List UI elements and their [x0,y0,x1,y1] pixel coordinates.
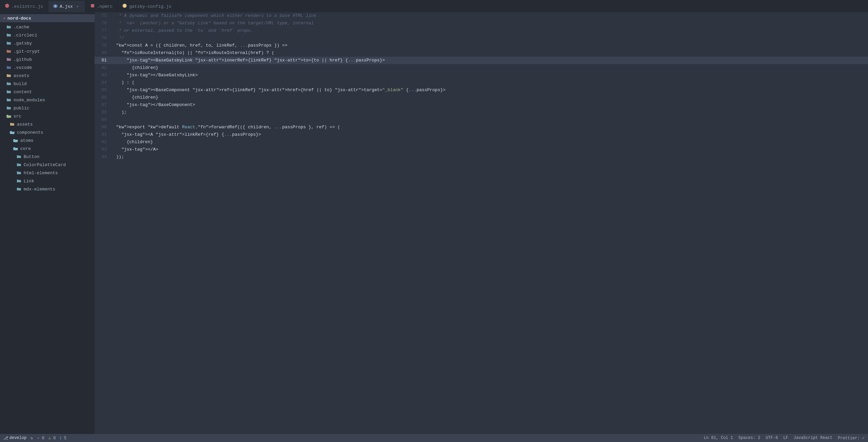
sidebar-item[interactable]: Button [0,153,95,161]
cursor-position: Ln 81, Col 1 [704,436,733,440]
sidebar-item[interactable]: assets [0,120,95,128]
sidebar-item[interactable]: core [0,145,95,153]
line-number: 80 [95,49,112,57]
line-number: 78 [95,34,112,42]
sidebar-item[interactable]: ColorPaletteCard [0,161,95,169]
line-content: * or external, passed to the `to` and `h… [112,27,253,34]
line-number: 87 [95,101,112,109]
sidebar-item[interactable]: src [0,112,95,120]
info-count: ℹ 5 [60,436,66,441]
tab-icon-eslintrc [5,3,9,9]
line-number: 75 [95,12,112,20]
sidebar-item[interactable]: Link [0,177,95,185]
tab-label: A.jsx [60,4,73,9]
git-branch[interactable]: ⎇ develop [3,436,26,441]
sidebar-item[interactable]: .git-crypt [0,47,95,55]
sidebar-item[interactable]: content [0,88,95,96]
code-line: 88 ); [95,109,868,116]
line-number: 84 [95,79,112,86]
main-layout: ● nord-docs .cache .circleci .gatsby .gi… [0,12,868,434]
sidebar-item[interactable]: .cache [0,23,95,31]
line-number: 81 [95,57,112,64]
line-number: 94 [95,153,112,161]
line-number: 79 [95,42,112,49]
encoding[interactable]: UTF-8 [766,436,778,440]
sidebar-item[interactable]: .circleci [0,31,95,39]
tab-ajsx[interactable]: AA.jsx× [48,1,85,12]
line-endings[interactable]: LF [783,436,788,440]
folder-icon [13,138,18,143]
warning-icon: ⚠ [48,436,51,441]
tab-eslintrc[interactable]: .eslintrc.js [0,1,48,12]
line-number: 91 [95,131,112,138]
tab-npmrc[interactable]: .npmrc [85,1,118,12]
code-line: 87 "jsx-tag"></BaseComponent> [95,101,868,109]
sidebar-item[interactable]: assets [0,72,95,80]
sidebar-label: src [14,114,21,119]
editor[interactable]: 75 * A dynamic and failsafe component wh… [95,12,868,434]
sidebar: ● nord-docs .cache .circleci .gatsby .gi… [0,12,95,434]
code-line: 86 {children} [95,94,868,101]
sync-icon[interactable]: ↻ [30,436,33,441]
sidebar-item[interactable]: .gatsby [0,39,95,47]
folder-icon [6,49,11,54]
spaces-setting[interactable]: Spaces: 2 [738,436,760,440]
line-number: 77 [95,27,112,34]
sidebar-item[interactable]: public [0,104,95,112]
line-content: {children} [112,138,153,146]
language-mode[interactable]: JavaScript React [794,436,833,440]
code-line: 90 "kw">export "kw">default React."fn">f… [95,124,868,131]
folder-icon [6,81,11,86]
svg-point-0 [5,4,9,8]
tab-bar: .eslintrc.jsAA.jsx×.npmrcgatsby-config.j… [0,0,868,12]
line-content: "jsx-tag"></BaseComponent> [112,101,195,109]
prettier-status[interactable]: Prettier: ✓ [838,436,865,441]
sidebar-item[interactable]: build [0,80,95,88]
sidebar-item[interactable]: mdx-elements [0,185,95,193]
sidebar-root[interactable]: ● nord-docs [0,14,95,22]
line-content: * A dynamic and failsafe component which… [112,12,316,20]
tab-close[interactable]: × [75,4,80,9]
tab-label: .eslintrc.js [11,4,43,9]
line-number: 85 [95,86,112,94]
sidebar-label: mdx-elements [24,187,55,192]
folder-icon [6,65,11,70]
line-number: 93 [95,146,112,153]
folder-icon [6,105,11,111]
code-line: 83 "jsx-tag"></BaseGatsbyLink> [95,72,868,79]
sidebar-label: .circleci [14,33,37,38]
sidebar-label: html-elements [24,171,58,176]
sidebar-item[interactable]: node_modules [0,96,95,104]
code-line: 94 )); [95,153,868,161]
line-content: "kw">const A = ({ children, href, to, li… [112,42,287,49]
folder-icon [6,97,11,103]
folder-icon [16,170,22,176]
line-content: "jsx-tag"><BaseComponent "jsx-attr">ref=… [112,86,445,94]
sidebar-item[interactable]: components [0,128,95,136]
sidebar-item[interactable]: .vscode [0,63,95,72]
sidebar-item[interactable]: .github [0,55,95,63]
line-number: 83 [95,72,112,79]
code-line: 92 {children} [95,138,868,146]
folder-icon [13,146,18,151]
line-content: "fn">isRouteInternal(to) || "fn">isRoute… [112,49,274,57]
folder-icon [9,130,15,135]
sidebar-label: build [14,81,27,86]
code-line: 84 ) : ( [95,79,868,86]
error-count: ✕ 0 [37,436,45,441]
code-line: 80 "fn">isRouteInternal(to) || "fn">isRo… [95,49,868,57]
folder-icon [6,24,11,30]
code-line: 85 "jsx-tag"><BaseComponent "jsx-attr">r… [95,86,868,94]
tab-icon-gatsby [122,3,127,9]
line-number: 88 [95,109,112,116]
folder-icon [6,89,11,95]
sidebar-item[interactable]: html-elements [0,169,95,177]
tab-gatsby[interactable]: gatsby-config.js [118,1,176,12]
line-content: "jsx-tag"></A> [112,146,158,153]
sidebar-label: atoms [20,138,33,143]
folder-icon [9,122,15,127]
sidebar-label: node_modules [14,98,45,103]
sidebar-item[interactable]: atoms [0,136,95,145]
line-content: ) : ( [112,79,134,86]
tab-label: .npmrc [97,4,113,9]
